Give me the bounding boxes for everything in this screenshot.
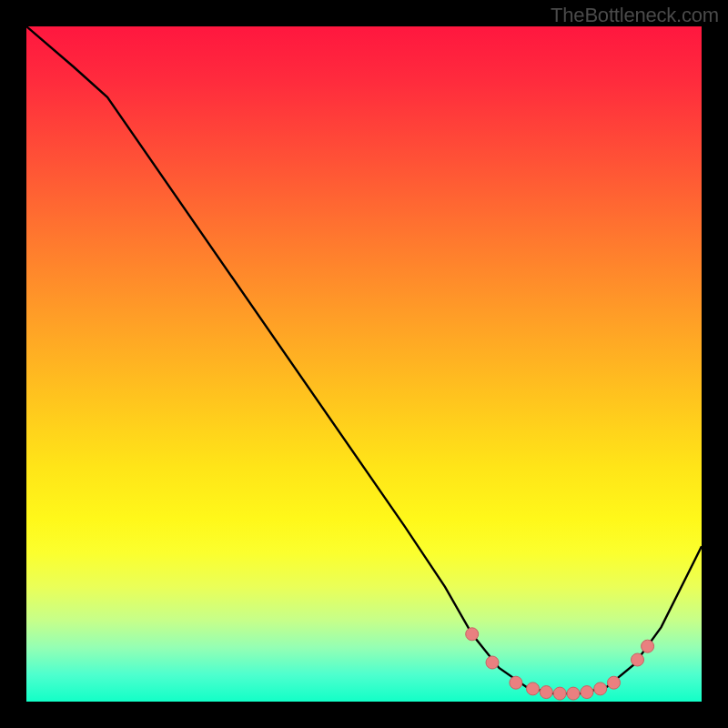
curve-marker — [540, 686, 552, 699]
curve-markers — [466, 628, 654, 700]
chart-stage: TheBottleneck.com — [0, 0, 728, 728]
curve-marker — [581, 686, 593, 699]
curve-marker — [642, 640, 654, 652]
curve-layer — [26, 26, 702, 702]
curve-marker — [527, 682, 540, 695]
curve-marker — [567, 687, 580, 700]
curve-marker — [632, 653, 644, 666]
curve-marker — [594, 682, 607, 695]
bottleneck-curve — [26, 26, 702, 693]
curve-marker — [466, 628, 479, 641]
plot-area — [26, 26, 702, 702]
curve-marker — [553, 687, 566, 700]
curve-marker — [510, 676, 522, 689]
curve-marker — [608, 676, 621, 689]
attribution-watermark: TheBottleneck.com — [551, 4, 719, 27]
curve-marker — [486, 656, 499, 669]
